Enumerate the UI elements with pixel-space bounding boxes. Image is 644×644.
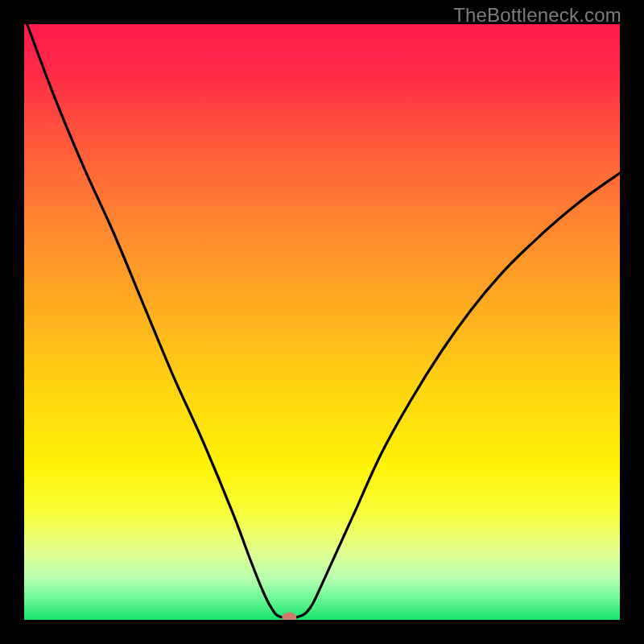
watermark-text: TheBottleneck.com (453, 4, 621, 27)
gradient-background (24, 24, 620, 620)
chart-svg (24, 24, 620, 620)
plot-area (24, 24, 620, 620)
chart-frame: TheBottleneck.com (0, 0, 644, 644)
